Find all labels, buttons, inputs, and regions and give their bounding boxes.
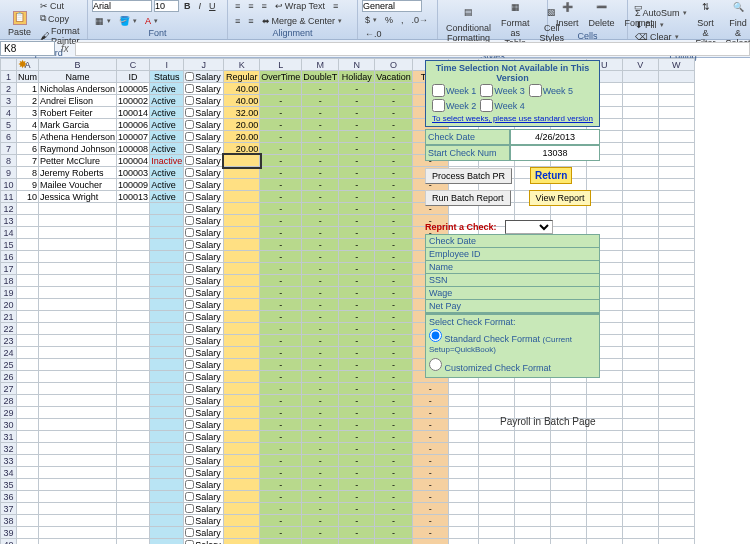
- paste-button[interactable]: 📋 Paste: [4, 9, 35, 39]
- font-name-select[interactable]: [92, 0, 152, 12]
- row-header-25[interactable]: 25: [1, 359, 17, 371]
- number-format-select[interactable]: [362, 0, 422, 12]
- salary-checkbox[interactable]: [185, 480, 194, 489]
- row-header-2[interactable]: 2: [1, 83, 17, 95]
- standard-version-link[interactable]: To select weeks, please use standard ver…: [428, 113, 597, 124]
- row-header-17[interactable]: 17: [1, 263, 17, 275]
- return-button[interactable]: Return: [530, 167, 572, 184]
- decrease-decimal-button[interactable]: ←.0: [362, 28, 385, 40]
- fill-button[interactable]: ⬇ Fill▾: [632, 19, 690, 31]
- col-header-O[interactable]: O: [375, 59, 412, 71]
- table-row[interactable]: 38Salary-----: [1, 515, 695, 527]
- row-header-7[interactable]: 7: [1, 143, 17, 155]
- fill-color-button[interactable]: 🪣▾: [116, 15, 140, 27]
- custom-format-radio[interactable]: Customized Check Format: [429, 356, 596, 375]
- start-check-num-value[interactable]: 13038: [510, 145, 600, 161]
- row-header-31[interactable]: 31: [1, 431, 17, 443]
- row-header-28[interactable]: 28: [1, 395, 17, 407]
- row-header-35[interactable]: 35: [1, 479, 17, 491]
- table-row[interactable]: 33Salary-----: [1, 455, 695, 467]
- salary-checkbox[interactable]: [185, 384, 194, 393]
- font-color-button[interactable]: A▾: [142, 15, 161, 27]
- salary-checkbox[interactable]: [185, 120, 194, 129]
- row-header-36[interactable]: 36: [1, 491, 17, 503]
- row-header-30[interactable]: 30: [1, 419, 17, 431]
- align-left-button[interactable]: ≡: [330, 0, 341, 12]
- col-header-M[interactable]: M: [302, 59, 339, 71]
- col-header-J[interactable]: J: [184, 59, 224, 71]
- salary-checkbox[interactable]: [185, 456, 194, 465]
- percent-button[interactable]: %: [382, 14, 396, 26]
- table-row[interactable]: 32Salary-----: [1, 443, 695, 455]
- row-header-33[interactable]: 33: [1, 455, 17, 467]
- insert-button[interactable]: ➕Insert: [552, 0, 583, 30]
- wrap-text-button[interactable]: ↩ Wrap Text: [272, 0, 328, 12]
- row-header-32[interactable]: 32: [1, 443, 17, 455]
- row-header-22[interactable]: 22: [1, 323, 17, 335]
- row-header-19[interactable]: 19: [1, 287, 17, 299]
- col-header-W[interactable]: W: [658, 59, 694, 71]
- salary-checkbox[interactable]: [185, 360, 194, 369]
- italic-button[interactable]: I: [196, 0, 205, 12]
- col-header-N[interactable]: N: [339, 59, 375, 71]
- col-header-C[interactable]: C: [117, 59, 150, 71]
- row-header-18[interactable]: 18: [1, 275, 17, 287]
- row-header-6[interactable]: 6: [1, 131, 17, 143]
- table-row[interactable]: 28Salary-----: [1, 395, 695, 407]
- row-header-39[interactable]: 39: [1, 527, 17, 539]
- salary-checkbox[interactable]: [185, 492, 194, 501]
- fx-icon[interactable]: fx: [55, 43, 75, 54]
- table-row[interactable]: 40Salary-----: [1, 539, 695, 545]
- name-box[interactable]: [0, 41, 55, 56]
- row-header-37[interactable]: 37: [1, 503, 17, 515]
- table-row[interactable]: 39Salary-----: [1, 527, 695, 539]
- salary-checkbox[interactable]: [185, 516, 194, 525]
- salary-checkbox[interactable]: [185, 372, 194, 381]
- delete-button[interactable]: ➖Delete: [585, 0, 619, 30]
- col-header-B[interactable]: B: [39, 59, 117, 71]
- salary-checkbox[interactable]: [185, 204, 194, 213]
- salary-checkbox[interactable]: [185, 468, 194, 477]
- salary-checkbox[interactable]: [185, 408, 194, 417]
- salary-checkbox[interactable]: [185, 144, 194, 153]
- row-header-40[interactable]: 40: [1, 539, 17, 545]
- row-header-34[interactable]: 34: [1, 467, 17, 479]
- align-center-button[interactable]: ≡: [232, 15, 243, 27]
- table-row[interactable]: 36Salary-----: [1, 491, 695, 503]
- col-header-I[interactable]: I: [150, 59, 184, 71]
- conditional-formatting-button[interactable]: ▤Conditional Formatting: [442, 5, 495, 45]
- salary-checkbox[interactable]: [185, 96, 194, 105]
- salary-checkbox[interactable]: [185, 180, 194, 189]
- reprint-check-select[interactable]: [505, 220, 553, 234]
- row-header-15[interactable]: 15: [1, 239, 17, 251]
- salary-checkbox[interactable]: [185, 108, 194, 117]
- bold-button[interactable]: B: [181, 0, 194, 12]
- salary-checkbox[interactable]: [185, 240, 194, 249]
- row-header-21[interactable]: 21: [1, 311, 17, 323]
- salary-checkbox[interactable]: [185, 264, 194, 273]
- salary-checkbox[interactable]: [185, 312, 194, 321]
- row-header-38[interactable]: 38: [1, 515, 17, 527]
- row-header-14[interactable]: 14: [1, 227, 17, 239]
- salary-checkbox[interactable]: [185, 216, 194, 225]
- comma-button[interactable]: ,: [398, 14, 407, 26]
- table-row[interactable]: 31Salary-----: [1, 431, 695, 443]
- salary-checkbox[interactable]: [185, 324, 194, 333]
- row-header-20[interactable]: 20: [1, 299, 17, 311]
- salary-checkbox[interactable]: [185, 156, 194, 165]
- align-top-button[interactable]: ≡: [232, 0, 243, 12]
- table-row[interactable]: 27Salary-----: [1, 383, 695, 395]
- standard-format-radio[interactable]: Standard Check Format (Current Setup=Qui…: [429, 327, 596, 356]
- table-row[interactable]: 34Salary-----: [1, 467, 695, 479]
- increase-decimal-button[interactable]: .0→: [409, 14, 432, 26]
- row-header-8[interactable]: 8: [1, 155, 17, 167]
- salary-checkbox[interactable]: [185, 132, 194, 141]
- salary-checkbox[interactable]: [185, 300, 194, 309]
- salary-checkbox[interactable]: [185, 420, 194, 429]
- underline-button[interactable]: U: [206, 0, 219, 12]
- merge-center-button[interactable]: ⬌ Merge & Center▾: [259, 15, 346, 27]
- table-row[interactable]: 35Salary-----: [1, 479, 695, 491]
- row-header-5[interactable]: 5: [1, 119, 17, 131]
- week1-checkbox[interactable]: Week 1: [432, 84, 476, 97]
- row-header-4[interactable]: 4: [1, 107, 17, 119]
